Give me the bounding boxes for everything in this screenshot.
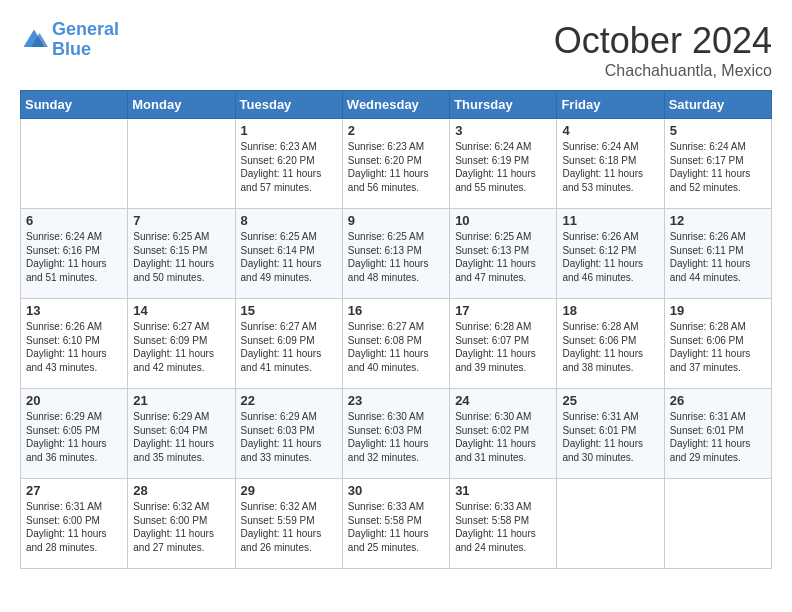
day-number: 4: [562, 123, 658, 138]
calendar-week-row: 13Sunrise: 6:26 AM Sunset: 6:10 PM Dayli…: [21, 299, 772, 389]
day-number: 30: [348, 483, 444, 498]
day-number: 11: [562, 213, 658, 228]
cell-content: Sunrise: 6:29 AM Sunset: 6:05 PM Dayligh…: [26, 410, 122, 464]
month-title: October 2024: [554, 20, 772, 62]
calendar-cell: 6Sunrise: 6:24 AM Sunset: 6:16 PM Daylig…: [21, 209, 128, 299]
cell-content: Sunrise: 6:31 AM Sunset: 6:00 PM Dayligh…: [26, 500, 122, 554]
calendar-cell: 14Sunrise: 6:27 AM Sunset: 6:09 PM Dayli…: [128, 299, 235, 389]
calendar-week-row: 1Sunrise: 6:23 AM Sunset: 6:20 PM Daylig…: [21, 119, 772, 209]
cell-content: Sunrise: 6:27 AM Sunset: 6:08 PM Dayligh…: [348, 320, 444, 374]
calendar-cell: 22Sunrise: 6:29 AM Sunset: 6:03 PM Dayli…: [235, 389, 342, 479]
calendar-cell: 15Sunrise: 6:27 AM Sunset: 6:09 PM Dayli…: [235, 299, 342, 389]
day-number: 10: [455, 213, 551, 228]
day-number: 20: [26, 393, 122, 408]
calendar-cell: 24Sunrise: 6:30 AM Sunset: 6:02 PM Dayli…: [450, 389, 557, 479]
day-number: 17: [455, 303, 551, 318]
calendar-day-header: Thursday: [450, 91, 557, 119]
cell-content: Sunrise: 6:31 AM Sunset: 6:01 PM Dayligh…: [670, 410, 766, 464]
day-number: 21: [133, 393, 229, 408]
day-number: 18: [562, 303, 658, 318]
day-number: 6: [26, 213, 122, 228]
day-number: 25: [562, 393, 658, 408]
cell-content: Sunrise: 6:32 AM Sunset: 5:59 PM Dayligh…: [241, 500, 337, 554]
calendar-cell: 10Sunrise: 6:25 AM Sunset: 6:13 PM Dayli…: [450, 209, 557, 299]
calendar-cell: [664, 479, 771, 569]
calendar-cell: [557, 479, 664, 569]
cell-content: Sunrise: 6:24 AM Sunset: 6:18 PM Dayligh…: [562, 140, 658, 194]
day-number: 24: [455, 393, 551, 408]
calendar-header-row: SundayMondayTuesdayWednesdayThursdayFrid…: [21, 91, 772, 119]
day-number: 5: [670, 123, 766, 138]
cell-content: Sunrise: 6:23 AM Sunset: 6:20 PM Dayligh…: [241, 140, 337, 194]
logo: General Blue: [20, 20, 119, 60]
cell-content: Sunrise: 6:25 AM Sunset: 6:15 PM Dayligh…: [133, 230, 229, 284]
calendar-cell: [21, 119, 128, 209]
calendar-cell: 8Sunrise: 6:25 AM Sunset: 6:14 PM Daylig…: [235, 209, 342, 299]
cell-content: Sunrise: 6:26 AM Sunset: 6:12 PM Dayligh…: [562, 230, 658, 284]
page-header: General Blue October 2024 Chachahuantla,…: [20, 20, 772, 80]
calendar-cell: 7Sunrise: 6:25 AM Sunset: 6:15 PM Daylig…: [128, 209, 235, 299]
cell-content: Sunrise: 6:24 AM Sunset: 6:19 PM Dayligh…: [455, 140, 551, 194]
cell-content: Sunrise: 6:24 AM Sunset: 6:16 PM Dayligh…: [26, 230, 122, 284]
cell-content: Sunrise: 6:26 AM Sunset: 6:11 PM Dayligh…: [670, 230, 766, 284]
cell-content: Sunrise: 6:33 AM Sunset: 5:58 PM Dayligh…: [348, 500, 444, 554]
calendar-cell: 29Sunrise: 6:32 AM Sunset: 5:59 PM Dayli…: [235, 479, 342, 569]
cell-content: Sunrise: 6:24 AM Sunset: 6:17 PM Dayligh…: [670, 140, 766, 194]
cell-content: Sunrise: 6:31 AM Sunset: 6:01 PM Dayligh…: [562, 410, 658, 464]
day-number: 7: [133, 213, 229, 228]
day-number: 3: [455, 123, 551, 138]
calendar-table: SundayMondayTuesdayWednesdayThursdayFrid…: [20, 90, 772, 569]
cell-content: Sunrise: 6:25 AM Sunset: 6:13 PM Dayligh…: [455, 230, 551, 284]
calendar-cell: 4Sunrise: 6:24 AM Sunset: 6:18 PM Daylig…: [557, 119, 664, 209]
calendar-cell: 9Sunrise: 6:25 AM Sunset: 6:13 PM Daylig…: [342, 209, 449, 299]
cell-content: Sunrise: 6:30 AM Sunset: 6:02 PM Dayligh…: [455, 410, 551, 464]
calendar-cell: 21Sunrise: 6:29 AM Sunset: 6:04 PM Dayli…: [128, 389, 235, 479]
cell-content: Sunrise: 6:33 AM Sunset: 5:58 PM Dayligh…: [455, 500, 551, 554]
calendar-cell: 31Sunrise: 6:33 AM Sunset: 5:58 PM Dayli…: [450, 479, 557, 569]
day-number: 28: [133, 483, 229, 498]
calendar-cell: 25Sunrise: 6:31 AM Sunset: 6:01 PM Dayli…: [557, 389, 664, 479]
cell-content: Sunrise: 6:25 AM Sunset: 6:14 PM Dayligh…: [241, 230, 337, 284]
day-number: 31: [455, 483, 551, 498]
day-number: 27: [26, 483, 122, 498]
calendar-cell: 20Sunrise: 6:29 AM Sunset: 6:05 PM Dayli…: [21, 389, 128, 479]
calendar-cell: 19Sunrise: 6:28 AM Sunset: 6:06 PM Dayli…: [664, 299, 771, 389]
location-title: Chachahuantla, Mexico: [554, 62, 772, 80]
day-number: 12: [670, 213, 766, 228]
calendar-cell: 26Sunrise: 6:31 AM Sunset: 6:01 PM Dayli…: [664, 389, 771, 479]
calendar-cell: 1Sunrise: 6:23 AM Sunset: 6:20 PM Daylig…: [235, 119, 342, 209]
cell-content: Sunrise: 6:23 AM Sunset: 6:20 PM Dayligh…: [348, 140, 444, 194]
calendar-cell: 5Sunrise: 6:24 AM Sunset: 6:17 PM Daylig…: [664, 119, 771, 209]
day-number: 8: [241, 213, 337, 228]
cell-content: Sunrise: 6:29 AM Sunset: 6:04 PM Dayligh…: [133, 410, 229, 464]
day-number: 9: [348, 213, 444, 228]
calendar-cell: 27Sunrise: 6:31 AM Sunset: 6:00 PM Dayli…: [21, 479, 128, 569]
day-number: 29: [241, 483, 337, 498]
logo-icon: [20, 26, 48, 54]
day-number: 2: [348, 123, 444, 138]
day-number: 13: [26, 303, 122, 318]
day-number: 16: [348, 303, 444, 318]
calendar-cell: 17Sunrise: 6:28 AM Sunset: 6:07 PM Dayli…: [450, 299, 557, 389]
calendar-cell: 16Sunrise: 6:27 AM Sunset: 6:08 PM Dayli…: [342, 299, 449, 389]
calendar-day-header: Sunday: [21, 91, 128, 119]
day-number: 19: [670, 303, 766, 318]
cell-content: Sunrise: 6:32 AM Sunset: 6:00 PM Dayligh…: [133, 500, 229, 554]
calendar-day-header: Wednesday: [342, 91, 449, 119]
calendar-cell: 12Sunrise: 6:26 AM Sunset: 6:11 PM Dayli…: [664, 209, 771, 299]
calendar-day-header: Monday: [128, 91, 235, 119]
cell-content: Sunrise: 6:30 AM Sunset: 6:03 PM Dayligh…: [348, 410, 444, 464]
cell-content: Sunrise: 6:28 AM Sunset: 6:06 PM Dayligh…: [562, 320, 658, 374]
day-number: 1: [241, 123, 337, 138]
calendar-cell: 28Sunrise: 6:32 AM Sunset: 6:00 PM Dayli…: [128, 479, 235, 569]
title-block: October 2024 Chachahuantla, Mexico: [554, 20, 772, 80]
cell-content: Sunrise: 6:28 AM Sunset: 6:07 PM Dayligh…: [455, 320, 551, 374]
day-number: 14: [133, 303, 229, 318]
day-number: 23: [348, 393, 444, 408]
cell-content: Sunrise: 6:26 AM Sunset: 6:10 PM Dayligh…: [26, 320, 122, 374]
calendar-week-row: 6Sunrise: 6:24 AM Sunset: 6:16 PM Daylig…: [21, 209, 772, 299]
calendar-cell: 13Sunrise: 6:26 AM Sunset: 6:10 PM Dayli…: [21, 299, 128, 389]
calendar-day-header: Saturday: [664, 91, 771, 119]
day-number: 26: [670, 393, 766, 408]
calendar-week-row: 20Sunrise: 6:29 AM Sunset: 6:05 PM Dayli…: [21, 389, 772, 479]
